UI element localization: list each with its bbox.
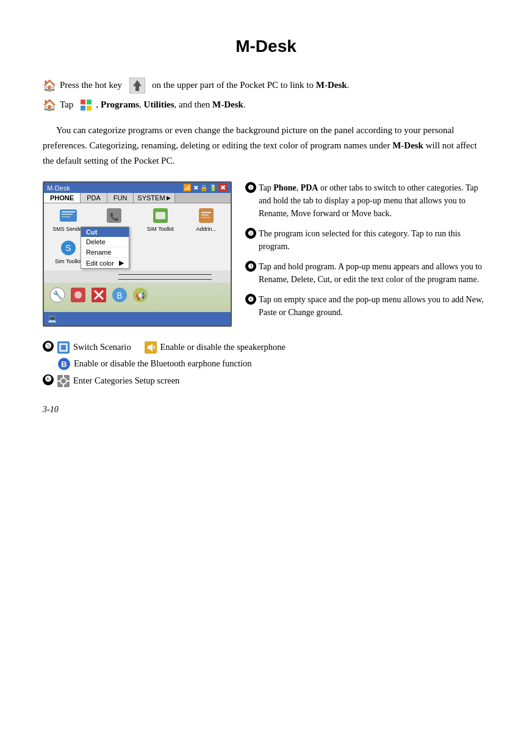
phone-image: M-Desk 📶 ✖ 🔒 🔋 ✖ PHONE PDA FUN SYSTEM ▶ [43, 181, 232, 327]
sim2-label: Sim Toolkit [55, 258, 81, 264]
svg-text:📢: 📢 [135, 291, 146, 301]
sms-icon [59, 206, 78, 225]
svg-rect-2 [81, 100, 85, 104]
bullet-text-1: Press the hot key on the upper part of t… [60, 78, 349, 94]
svg-rect-3 [87, 100, 92, 104]
callout-num-3: ❸ [245, 261, 256, 272]
tab-pda[interactable]: PDA [81, 193, 107, 203]
phone-lower-icons-row: 🔧 [44, 283, 231, 307]
addr-label: Addrin... [196, 226, 217, 232]
desc-item-1: ❶ Tap Phone, PDA or other tabs to switch… [245, 181, 489, 220]
addr-icon [196, 206, 216, 225]
phone-tabs-bar: PHONE PDA FUN SYSTEM ▶ [44, 193, 231, 203]
tab-phone[interactable]: PHONE [44, 193, 81, 203]
context-menu-delete[interactable]: Delete [81, 237, 129, 247]
sim-icon [151, 206, 170, 225]
svg-rect-17 [201, 217, 210, 218]
desc-text-1: Tap Phone, PDA or other tabs to switch t… [259, 181, 489, 220]
grid-item-addr[interactable]: Addrin... [185, 206, 229, 236]
desc-item-2: ❷ The program icon selected for this cat… [245, 227, 489, 253]
main-paragraph: You can categorize programs or even chan… [43, 123, 489, 168]
wrench-icon[interactable]: 🔧 [49, 286, 66, 303]
phone-lower-area: 🔧 [44, 283, 231, 325]
context-menu-editcolor[interactable]: Edit color ▶ [81, 258, 129, 268]
svg-rect-4 [81, 106, 85, 111]
phone-titlebar: M-Desk 📶 ✖ 🔒 🔋 ✖ [44, 183, 231, 193]
categories-label: Enter Categories Setup screen [73, 374, 179, 388]
bluetooth-like-icon[interactable]: B [111, 286, 128, 303]
callout-descriptions: ❶ Tap Phone, PDA or other tabs to switch… [245, 181, 489, 327]
bluetooth-icon: B [57, 357, 71, 371]
sms-label: SMS Sender [52, 226, 84, 232]
intro-bullets: 🏠 Press the hot key on the upper part of… [43, 78, 489, 112]
callout-line-4 [118, 279, 212, 280]
page-number: 3-10 [43, 405, 489, 415]
bluetooth-label: Enable or disable the Bluetooth earphone… [74, 357, 252, 371]
categories-setup-icon [57, 374, 70, 388]
bullet-row-1: 🏠 Press the hot key on the upper part of… [43, 78, 489, 94]
speaker-icon[interactable]: 📢 [132, 286, 149, 303]
switch-scenario-icon [57, 341, 70, 354]
switch-scenario-label: Switch Scenario [73, 340, 131, 354]
desc-item-4: ❹ Tap on empty space and the pop-up menu… [245, 293, 489, 319]
phone-taskbar: 💻 [44, 312, 231, 325]
svg-rect-7 [62, 211, 75, 213]
svg-rect-16 [201, 214, 209, 216]
bullet-row-2: 🏠 Tap , Programs, Utilities, and then M-… [43, 98, 489, 112]
svg-rect-8 [62, 214, 73, 215]
speakerphone-label: Enable or disable the speakerphone [160, 340, 286, 354]
desc-text-3: Tap and hold program. A pop-up menu appe… [259, 260, 489, 286]
svg-rect-13 [156, 212, 165, 219]
bullet-icon-1: 🏠 [43, 79, 56, 92]
desc-text-2: The program icon selected for this categ… [259, 227, 489, 253]
tab-system[interactable]: SYSTEM ▶ [134, 193, 174, 203]
callout-num-4: ❹ [245, 294, 256, 305]
svg-text:B: B [117, 291, 122, 300]
network-icon: 🔒 [200, 184, 207, 191]
bottom-row-3: ❻ Enter Categories Setup screen [43, 374, 489, 388]
speakerphone-enable-icon [144, 341, 157, 354]
tab-fun[interactable]: FUN [107, 193, 134, 203]
bottom-row-1: ❺ Switch Scenario Enable or disable the … [43, 340, 489, 354]
bottom-section: ❺ Switch Scenario Enable or disable the … [43, 340, 489, 388]
x-icon[interactable] [90, 286, 107, 303]
callout-num-2: ❷ [245, 228, 256, 239]
svg-text:B: B [61, 360, 66, 369]
context-menu-popup: Cut Delete Rename Edit color ▶ [81, 227, 129, 269]
bullet-text-2: Tap , Programs, Utilities, and then M-De… [60, 98, 246, 112]
camera-icon[interactable] [70, 286, 87, 303]
battery-icon: 🔋 [209, 184, 217, 191]
svg-text:📞: 📞 [110, 212, 119, 221]
callit-icon: 📞 [104, 206, 124, 225]
bottom-num-6: ❻ [43, 374, 54, 385]
desc-text-4: Tap on empty space and the pop-up menu a… [259, 293, 489, 319]
phone-titlebar-icons: 📶 ✖ 🔒 🔋 ✖ [183, 184, 228, 192]
context-menu-title: Cut [81, 227, 129, 237]
bullet-icon-2: 🏠 [43, 98, 56, 112]
windows-flag-icon [80, 99, 92, 111]
sim-label: SIM Toolkit [147, 226, 174, 232]
callout-num-1: ❶ [245, 182, 256, 193]
taskbar-icon: 💻 [48, 314, 57, 324]
main-content-area: M-Desk 📶 ✖ 🔒 🔋 ✖ PHONE PDA FUN SYSTEM ▶ [43, 181, 489, 327]
callout-line-3 [118, 274, 212, 275]
antenna-icon-2: ✖ [193, 184, 198, 191]
line-markers-area [44, 271, 231, 283]
svg-text:🔧: 🔧 [52, 290, 63, 300]
grid-item-sim[interactable]: SIM Toolkit [138, 206, 182, 236]
svg-rect-5 [87, 106, 92, 111]
svg-text:S: S [65, 243, 71, 253]
phone-icon-grid: SMS Sender 📞 Callit... [44, 203, 231, 271]
svg-rect-9 [62, 216, 70, 217]
svg-rect-15 [201, 212, 211, 213]
phone-title-text: M-Desk [47, 184, 70, 192]
close-btn: ✖ [218, 184, 228, 192]
page-title: M-Desk [43, 37, 489, 56]
bottom-row-2: B Enable or disable the Bluetooth earpho… [57, 357, 489, 371]
sim2-icon: S [59, 238, 78, 258]
svg-rect-25 [74, 291, 82, 299]
context-menu-rename[interactable]: Rename [81, 247, 129, 258]
svg-rect-35 [61, 345, 66, 350]
desc-item-3: ❸ Tap and hold program. A pop-up menu ap… [245, 260, 489, 286]
bottom-num-5: ❺ [43, 341, 54, 352]
